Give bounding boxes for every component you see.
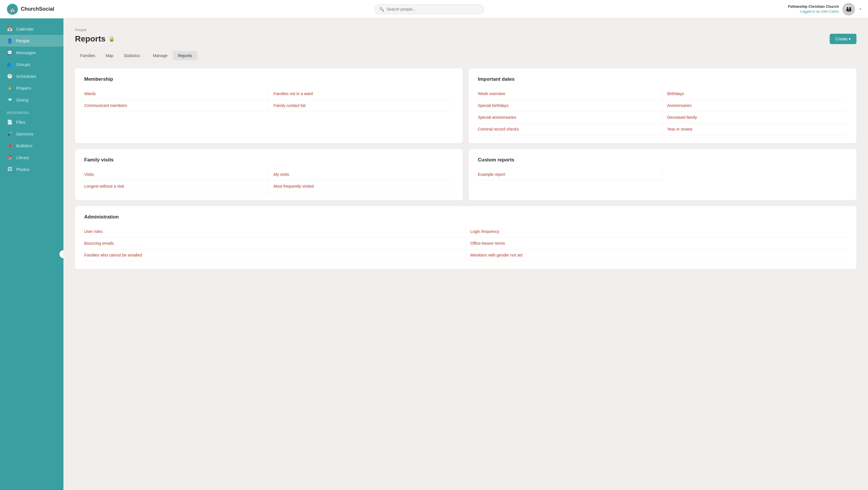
search-icon: 🔍 [379, 7, 384, 11]
app-header: ⛪ ChurchSocial 🔍 Fellowship Christian Ch… [0, 0, 868, 19]
sidebar-label-library: Library [16, 155, 29, 160]
sidebar-item-people[interactable]: 👤 People [0, 35, 63, 47]
schedules-icon: 🕐 [7, 73, 13, 79]
tab-reports[interactable]: Reports [173, 51, 197, 60]
membership-col2: Families not in a ward Family contact li… [269, 88, 454, 111]
sidebar-collapse-button[interactable]: ‹ [59, 250, 63, 258]
family-visits-col1: Visits Longest without a visit [84, 169, 269, 192]
link-user-roles[interactable]: User roles [84, 226, 466, 237]
messages-icon: 💬 [7, 50, 13, 55]
sidebar-item-giving[interactable]: ❤ Giving [0, 94, 63, 106]
files-icon: 📄 [7, 119, 13, 125]
search-input[interactable] [386, 7, 479, 11]
link-criminal-record-checks[interactable]: Criminal record checks [478, 123, 663, 135]
link-members-gender-not-set[interactable]: Members with gender not set [466, 249, 847, 261]
important-dates-col2: Birthdays Anniversaries Deceased family … [663, 88, 847, 135]
card-administration: Administration User roles Bouncing email… [75, 206, 857, 269]
sidebar-label-sermons: Sermons [16, 131, 33, 136]
family-visits-links: Visits Longest without a visit My visits… [84, 169, 454, 192]
link-office-bearer-terms[interactable]: Office-bearer terms [466, 237, 847, 249]
sidebar-label-bulletins: Bulletins [16, 143, 33, 148]
tab-families[interactable]: Families [75, 51, 100, 60]
tab-map[interactable]: Map [100, 51, 119, 60]
sidebar-item-prayers[interactable]: 🙏 Prayers [0, 82, 63, 94]
link-communicant-members[interactable]: Communicant members [84, 100, 269, 111]
search-box[interactable]: 🔍 [374, 4, 484, 14]
sidebar-item-messages[interactable]: 💬 Messages [0, 47, 63, 59]
sidebar-item-groups[interactable]: 👥 Groups [0, 59, 63, 70]
custom-reports-links: Example report [478, 169, 847, 181]
link-my-visits[interactable]: My visits [269, 169, 454, 181]
church-name: Fellowship Christian Church [788, 4, 839, 9]
sidebar-item-files[interactable]: 📄 Files [0, 116, 63, 128]
link-most-frequently-visited[interactable]: Most frequently visited [269, 181, 454, 192]
sidebar: 📅 Calendar 👤 People 💬 Messages 👥 Groups … [0, 19, 63, 490]
sidebar-item-calendar[interactable]: 📅 Calendar [0, 23, 63, 35]
membership-col1: Wards Communicant members [84, 88, 269, 111]
tabs-bar: Families Map Statistics Manage Reports [75, 51, 857, 60]
membership-links: Wards Communicant members Families not i… [84, 88, 454, 111]
link-week-overview[interactable]: Week overview [478, 88, 663, 100]
sidebar-label-people: People [16, 38, 30, 43]
resources-section-label: RESOURCES [0, 106, 63, 116]
page-title: Reports 🔒 [75, 34, 115, 43]
custom-reports-col2 [663, 169, 847, 181]
tab-statistics[interactable]: Statistics [119, 51, 145, 60]
chevron-down-icon[interactable]: ▾ [860, 7, 861, 11]
link-login-frequency[interactable]: Login frequency [466, 226, 847, 237]
card-custom-reports: Custom reports Example report [469, 149, 857, 200]
administration-col2: Login frequency Office-bearer terms Memb… [466, 226, 847, 261]
user-area: Fellowship Christian Church Logged in as… [788, 3, 861, 15]
people-icon: 👤 [7, 38, 13, 43]
page-title-row: Reports 🔒 Create ▾ [75, 34, 857, 44]
card-title-important-dates: Important dates [478, 76, 847, 82]
giving-icon: ❤ [7, 97, 13, 103]
family-visits-col2: My visits Most frequently visited [269, 169, 454, 192]
prayers-icon: 🙏 [7, 85, 13, 91]
sidebar-item-sermons[interactable]: 🎤 Sermons [0, 128, 63, 140]
lock-icon: 🔒 [108, 36, 115, 42]
link-year-in-review[interactable]: Year in review [663, 123, 847, 135]
link-families-cannot-be-emailed[interactable]: Families who cannot be emailed [84, 249, 466, 261]
create-button[interactable]: Create ▾ [830, 34, 857, 44]
link-special-birthdays[interactable]: Special birthdays [478, 100, 663, 111]
card-title-family-visits: Family visits [84, 157, 454, 163]
link-deceased-family[interactable]: Deceased family [663, 111, 847, 123]
link-birthdays[interactable]: Birthdays [663, 88, 847, 100]
logo-text: ChurchSocial [21, 6, 54, 12]
administration-links: User roles Bouncing emails Families who … [84, 226, 847, 261]
search-area: 🔍 [70, 4, 788, 14]
logo-icon: ⛪ [7, 4, 18, 15]
page-title-text: Reports [75, 34, 105, 43]
sidebar-item-schedules[interactable]: 🕐 Schedules [0, 70, 63, 82]
logo-area: ⛪ ChurchSocial [7, 4, 70, 15]
card-title-administration: Administration [84, 214, 847, 220]
link-families-not-in-ward[interactable]: Families not in a ward [269, 88, 454, 100]
sidebar-label-schedules: Schedules [16, 74, 36, 79]
link-example-report[interactable]: Example report [478, 169, 663, 181]
sidebar-item-photos[interactable]: 🖼 Photos [0, 163, 63, 175]
sidebar-label-photos: Photos [16, 167, 30, 172]
sidebar-label-groups: Groups [16, 62, 30, 67]
user-info: Fellowship Christian Church Logged in as… [788, 4, 839, 14]
sidebar-item-library[interactable]: 📚 Library [0, 152, 63, 163]
calendar-icon: 📅 [7, 26, 13, 32]
link-visits[interactable]: Visits [84, 169, 269, 181]
link-family-contact-list[interactable]: Family contact list [269, 100, 454, 111]
link-wards[interactable]: Wards [84, 88, 269, 100]
card-family-visits: Family visits Visits Longest without a v… [75, 149, 463, 200]
card-title-membership: Membership [84, 76, 454, 82]
breadcrumb: People [75, 28, 857, 32]
important-dates-links: Week overview Special birthdays Special … [478, 88, 847, 135]
tab-manage[interactable]: Manage [148, 51, 173, 60]
link-longest-without-visit[interactable]: Longest without a visit [84, 181, 269, 192]
sidebar-item-bulletins[interactable]: 📌 Bulletins [0, 140, 63, 152]
link-anniversaries[interactable]: Anniversaries [663, 100, 847, 111]
avatar[interactable]: 👨‍👩‍👧 [842, 3, 855, 15]
link-bouncing-emails[interactable]: Bouncing emails [84, 237, 466, 249]
tab-separator [146, 53, 147, 59]
sermons-icon: 🎤 [7, 131, 13, 137]
link-special-anniversaries[interactable]: Special anniversaries [478, 111, 663, 123]
bulletins-icon: 📌 [7, 143, 13, 149]
custom-reports-col1: Example report [478, 169, 663, 181]
